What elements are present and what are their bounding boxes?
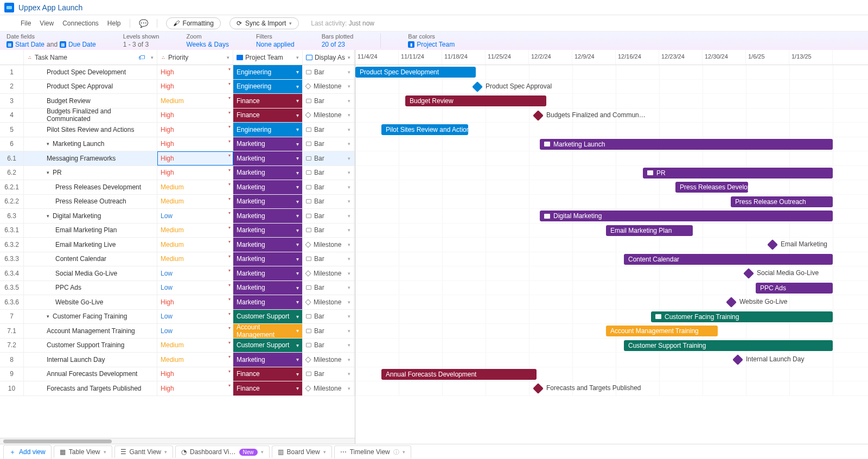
cell-task-name[interactable]: Customer Support Training xyxy=(24,339,157,353)
cell-display-as[interactable]: Milestone▾ xyxy=(303,109,354,123)
cell-task-name[interactable]: Press Releases Development xyxy=(24,180,157,194)
table-row[interactable]: 6.1Messaging FrameworksHigh▾Marketing▾Ba… xyxy=(0,151,355,166)
caret-down-icon[interactable]: ▾ xyxy=(348,314,350,319)
cell-task-name[interactable]: Forecasts and Targets Published xyxy=(24,381,157,396)
gantt-bar[interactable]: Account Management Training xyxy=(606,326,718,336)
caret-down-icon[interactable]: ▾ xyxy=(228,67,231,72)
gantt-milestone[interactable] xyxy=(533,110,544,121)
caret-down-icon[interactable]: ▾ xyxy=(228,124,231,129)
collapse-caret-icon[interactable]: ▾ xyxy=(47,213,49,219)
caret-down-icon[interactable]: ▾ xyxy=(348,84,350,89)
table-row[interactable]: 1Product Spec DevelopmentHigh▾Engineerin… xyxy=(0,65,355,80)
caret-down-icon[interactable]: ▾ xyxy=(296,155,299,161)
cell-task-name[interactable]: Email Marketing Plan xyxy=(24,224,157,238)
cell-priority[interactable]: Medium▾ xyxy=(157,224,233,238)
table-row[interactable]: 6▾Marketing LaunchHigh▾Marketing▾Bar▾ xyxy=(0,137,355,152)
cell-priority[interactable]: Low▾ xyxy=(157,324,233,338)
caret-down-icon[interactable]: ▾ xyxy=(348,256,350,262)
cell-task-name[interactable]: ▾PR xyxy=(24,166,157,180)
gantt-bar[interactable]: Digital Marketing xyxy=(540,211,833,221)
cell-display-as[interactable]: Bar▾ xyxy=(303,224,354,238)
caret-down-icon[interactable]: ▾ xyxy=(348,199,350,204)
tab-dashboard-view[interactable]: ◔Dashboard Vi…New▾ xyxy=(175,445,270,458)
caret-down-icon[interactable]: ▾ xyxy=(228,268,231,273)
cell-project-team[interactable]: Marketing▾ xyxy=(233,209,303,223)
caret-down-icon[interactable]: ▾ xyxy=(348,184,350,190)
gantt-bar[interactable]: PPC Ads xyxy=(756,283,833,294)
cell-task-name[interactable]: PPC Ads xyxy=(24,281,157,295)
caret-down-icon[interactable]: ▾ xyxy=(228,110,231,115)
caret-down-icon[interactable]: ▾ xyxy=(296,385,299,391)
cell-priority[interactable]: Medium▾ xyxy=(157,339,233,353)
cell-display-as[interactable]: Bar▾ xyxy=(303,281,354,295)
gantt-milestone[interactable] xyxy=(732,354,743,365)
col-task-header[interactable]: ⛬ Task Name 🏷 ▾ xyxy=(24,50,157,65)
cell-project-team[interactable]: Finance▾ xyxy=(233,381,303,396)
caret-down-icon[interactable]: ▾ xyxy=(228,168,231,173)
cell-display-as[interactable]: Milestone▾ xyxy=(303,238,354,252)
caret-down-icon[interactable]: ▾ xyxy=(296,199,299,205)
cell-task-name[interactable]: Budget Review xyxy=(24,94,157,108)
cell-priority[interactable]: Low▾ xyxy=(157,209,233,223)
caret-down-icon[interactable]: ▾ xyxy=(104,449,106,455)
menu-connections[interactable]: Connections xyxy=(62,20,99,27)
cell-priority[interactable]: High▾ xyxy=(157,109,233,123)
caret-down-icon[interactable]: ▾ xyxy=(261,449,264,455)
table-row[interactable]: 5Pilot Sites Review and ActionsHigh▾Engi… xyxy=(0,123,355,137)
cell-priority[interactable]: Low▾ xyxy=(157,281,233,295)
caret-down-icon[interactable]: ▾ xyxy=(296,314,299,320)
caret-down-icon[interactable]: ▾ xyxy=(228,153,231,158)
caret-down-icon[interactable]: ▾ xyxy=(348,342,350,348)
table-row[interactable]: 6.2▾PRHigh▾Marketing▾Bar▾ xyxy=(0,166,355,181)
gantt-milestone[interactable] xyxy=(743,268,754,279)
caret-down-icon[interactable]: ▾ xyxy=(296,241,299,247)
menu-view[interactable]: View xyxy=(40,20,54,27)
tab-timeline-view[interactable]: ⋯Timeline Viewⓘ▾ xyxy=(334,445,411,458)
sync-import-button[interactable]: ⟳ Sync & Import ▾ xyxy=(229,17,299,29)
cell-priority[interactable]: Low▾ xyxy=(157,310,233,324)
caret-down-icon[interactable]: ▾ xyxy=(296,256,299,262)
add-view-button[interactable]: ＋Add view xyxy=(3,445,52,459)
caret-down-icon[interactable]: ▾ xyxy=(296,170,299,176)
tab-table-view[interactable]: ▦Table View▾ xyxy=(54,445,112,458)
table-row[interactable]: 7.1Account Management TrainingLow▾Accoun… xyxy=(0,324,355,339)
table-row[interactable]: 6.3▾Digital MarketingLow▾Marketing▾Bar▾ xyxy=(0,209,355,224)
tag-icon[interactable]: 🏷 xyxy=(138,54,145,61)
cell-priority[interactable]: High▾ xyxy=(157,123,233,137)
cell-project-team[interactable]: Marketing▾ xyxy=(233,166,303,180)
caret-down-icon[interactable]: ▾ xyxy=(228,225,231,230)
caret-down-icon[interactable]: ▾ xyxy=(348,271,350,276)
caret-down-icon[interactable]: ▾ xyxy=(296,55,299,60)
cell-project-team[interactable]: Customer Support▾ xyxy=(233,339,303,353)
filter-bar-colors[interactable]: Bar colors ▮ Project Team xyxy=(408,33,455,48)
caret-down-icon[interactable]: ▾ xyxy=(228,139,231,144)
caret-down-icon[interactable]: ▾ xyxy=(296,356,299,362)
cell-task-name[interactable]: Annual Forecasts Development xyxy=(24,367,157,381)
cell-project-team[interactable]: Marketing▾ xyxy=(233,238,303,252)
gantt-milestone[interactable] xyxy=(472,81,483,92)
cell-priority[interactable]: High▾ xyxy=(157,137,233,151)
cell-task-name[interactable]: Email Marketing Live xyxy=(24,238,157,252)
caret-down-icon[interactable]: ▾ xyxy=(296,69,299,75)
table-row[interactable]: 6.3.1Email Marketing PlanMedium▾Marketin… xyxy=(0,224,355,238)
cell-display-as[interactable]: Bar▾ xyxy=(303,166,354,180)
gantt-milestone[interactable] xyxy=(533,383,544,394)
cell-project-team[interactable]: Customer Support▾ xyxy=(233,310,303,324)
caret-down-icon[interactable]: ▾ xyxy=(296,213,299,219)
table-row[interactable]: 3Budget ReviewMedium▾Finance▾Bar▾ xyxy=(0,94,355,109)
caret-down-icon[interactable]: ▾ xyxy=(348,141,350,146)
cell-display-as[interactable]: Bar▾ xyxy=(303,151,354,165)
caret-down-icon[interactable]: ▾ xyxy=(348,156,350,161)
caret-down-icon[interactable]: ▾ xyxy=(296,112,299,118)
cell-project-team[interactable]: Marketing▾ xyxy=(233,224,303,238)
caret-down-icon[interactable]: ▾ xyxy=(228,254,231,259)
help-icon[interactable]: ⓘ xyxy=(393,448,399,456)
caret-down-icon[interactable]: ▾ xyxy=(296,184,299,190)
cell-display-as[interactable]: Bar▾ xyxy=(303,252,354,266)
cell-display-as[interactable]: Bar▾ xyxy=(303,65,354,79)
gantt-milestone[interactable] xyxy=(767,239,778,250)
caret-down-icon[interactable]: ▾ xyxy=(227,55,229,60)
collapse-caret-icon[interactable]: ▾ xyxy=(47,141,49,146)
cell-task-name[interactable]: Internal Launch Day xyxy=(24,353,157,367)
caret-down-icon[interactable]: ▾ xyxy=(348,328,350,334)
